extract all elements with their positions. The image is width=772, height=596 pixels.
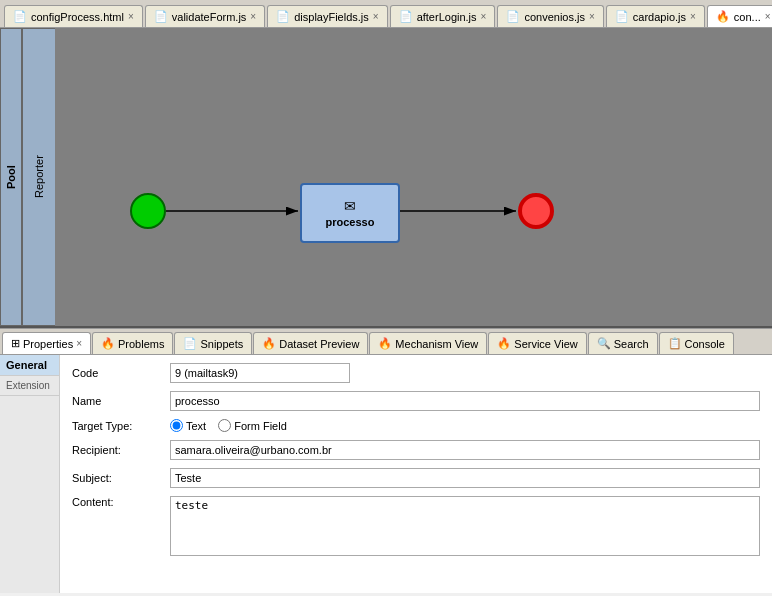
- properties-grid-icon: ⊞: [11, 337, 20, 350]
- tab-label-con: con...: [734, 11, 761, 23]
- side-nav-general-label: General: [6, 359, 47, 371]
- tab-snippets-label: Snippets: [200, 338, 243, 350]
- tab-label-configprocess: configProcess.html: [31, 11, 124, 23]
- side-nav-extension[interactable]: Extension: [0, 376, 59, 396]
- radio-text-value: Text: [186, 420, 206, 432]
- form-area: Code Name Target Type: Text Form: [60, 355, 772, 593]
- form-row-name: Name: [72, 391, 760, 411]
- tab-icon-validateform: 📄: [154, 10, 168, 23]
- radio-text-label[interactable]: Text: [170, 419, 206, 432]
- form-row-content: Content: teste: [72, 496, 760, 556]
- tab-icon-displayfields: 📄: [276, 10, 290, 23]
- tab-search[interactable]: 🔍 Search: [588, 332, 658, 354]
- tab-label-cardapio: cardapio.js: [633, 11, 686, 23]
- flow-arrows: [0, 28, 772, 326]
- bottom-tab-bar: ⊞ Properties × 🔥 Problems 📄 Snippets 🔥 D…: [0, 329, 772, 355]
- target-type-label: Target Type:: [72, 420, 162, 432]
- tab-console[interactable]: 📋 Console: [659, 332, 734, 354]
- problems-fire-icon: 🔥: [101, 337, 115, 350]
- subject-input[interactable]: [170, 468, 760, 488]
- radio-form-field-value: Form Field: [234, 420, 287, 432]
- reporter-label: Reporter: [22, 28, 55, 326]
- task-label: processo: [326, 216, 375, 228]
- tab-properties-label: Properties: [23, 338, 73, 350]
- tab-dataset-label: Dataset Preview: [279, 338, 359, 350]
- recipient-label: Recipient:: [72, 444, 162, 456]
- tab-displayfields[interactable]: 📄 displayFields.js ×: [267, 5, 387, 27]
- mechanism-fire-icon: 🔥: [378, 337, 392, 350]
- tab-icon-cardapio: 📄: [615, 10, 629, 23]
- tab-icon-convenios: 📄: [506, 10, 520, 23]
- tab-validateform[interactable]: 📄 validateForm.js ×: [145, 5, 265, 27]
- tab-close-displayfields[interactable]: ×: [373, 11, 379, 22]
- tab-snippets[interactable]: 📄 Snippets: [174, 332, 252, 354]
- tab-icon-con: 🔥: [716, 10, 730, 23]
- name-input[interactable]: [170, 391, 760, 411]
- task-processo[interactable]: ✉ processo: [300, 183, 400, 243]
- tab-icon-configprocess: 📄: [13, 10, 27, 23]
- tab-mechanism-view[interactable]: 🔥 Mechanism View: [369, 332, 487, 354]
- tab-properties-close[interactable]: ×: [76, 338, 82, 349]
- tab-console-label: Console: [685, 338, 725, 350]
- tab-problems[interactable]: 🔥 Problems: [92, 332, 173, 354]
- radio-text[interactable]: [170, 419, 183, 432]
- tab-properties[interactable]: ⊞ Properties ×: [2, 332, 91, 354]
- bottom-panel: ⊞ Properties × 🔥 Problems 📄 Snippets 🔥 D…: [0, 328, 772, 593]
- form-row-target-type: Target Type: Text Form Field: [72, 419, 760, 432]
- tab-con[interactable]: 🔥 con... ×: [707, 5, 772, 27]
- tab-close-configprocess[interactable]: ×: [128, 11, 134, 22]
- tab-convenios[interactable]: 📄 convenios.js ×: [497, 5, 603, 27]
- dataset-fire-icon: 🔥: [262, 337, 276, 350]
- tab-mechanism-label: Mechanism View: [395, 338, 478, 350]
- side-nav-general[interactable]: General: [0, 355, 59, 376]
- subject-label: Subject:: [72, 472, 162, 484]
- tab-label-afterlogin: afterLogin.js: [417, 11, 477, 23]
- tab-label-convenios: convenios.js: [524, 11, 585, 23]
- end-event[interactable]: [518, 193, 554, 229]
- task-mail-icon: ✉: [344, 198, 356, 214]
- bpmn-canvas[interactable]: Pool Reporter ✉ processo: [0, 28, 772, 328]
- tab-label-displayfields: displayFields.js: [294, 11, 369, 23]
- properties-content: General Extension Code Name Target Type:: [0, 355, 772, 593]
- snippets-doc-icon: 📄: [183, 337, 197, 350]
- side-nav-extension-label: Extension: [6, 380, 50, 391]
- tab-close-afterlogin[interactable]: ×: [481, 11, 487, 22]
- console-icon: 📋: [668, 337, 682, 350]
- target-type-radio-group: Text Form Field: [170, 419, 287, 432]
- tab-search-label: Search: [614, 338, 649, 350]
- content-label: Content:: [72, 496, 162, 508]
- search-wrench-icon: 🔍: [597, 337, 611, 350]
- tab-close-cardapio[interactable]: ×: [690, 11, 696, 22]
- tab-service-view[interactable]: 🔥 Service View: [488, 332, 586, 354]
- form-row-subject: Subject:: [72, 468, 760, 488]
- content-textarea[interactable]: teste: [170, 496, 760, 556]
- form-row-recipient: Recipient:: [72, 440, 760, 460]
- tab-dataset-preview[interactable]: 🔥 Dataset Preview: [253, 332, 368, 354]
- pool-label: Pool: [0, 28, 22, 326]
- code-input[interactable]: [170, 363, 350, 383]
- radio-form-field-label[interactable]: Form Field: [218, 419, 287, 432]
- tab-close-convenios[interactable]: ×: [589, 11, 595, 22]
- start-event[interactable]: [130, 193, 166, 229]
- tab-icon-afterlogin: 📄: [399, 10, 413, 23]
- tab-close-validateform[interactable]: ×: [250, 11, 256, 22]
- pool-container: Pool Reporter: [0, 28, 55, 326]
- tab-service-label: Service View: [514, 338, 577, 350]
- recipient-input[interactable]: [170, 440, 760, 460]
- tab-problems-label: Problems: [118, 338, 164, 350]
- tab-afterlogin[interactable]: 📄 afterLogin.js ×: [390, 5, 496, 27]
- form-row-code: Code: [72, 363, 760, 383]
- radio-form-field[interactable]: [218, 419, 231, 432]
- tab-bar: 📄 configProcess.html × 📄 validateForm.js…: [0, 0, 772, 28]
- tab-close-con[interactable]: ×: [765, 11, 771, 22]
- tab-label-validateform: validateForm.js: [172, 11, 247, 23]
- code-label: Code: [72, 367, 162, 379]
- tab-cardapio[interactable]: 📄 cardapio.js ×: [606, 5, 705, 27]
- name-label: Name: [72, 395, 162, 407]
- service-fire-icon: 🔥: [497, 337, 511, 350]
- tab-configprocess[interactable]: 📄 configProcess.html ×: [4, 5, 143, 27]
- side-nav: General Extension: [0, 355, 60, 593]
